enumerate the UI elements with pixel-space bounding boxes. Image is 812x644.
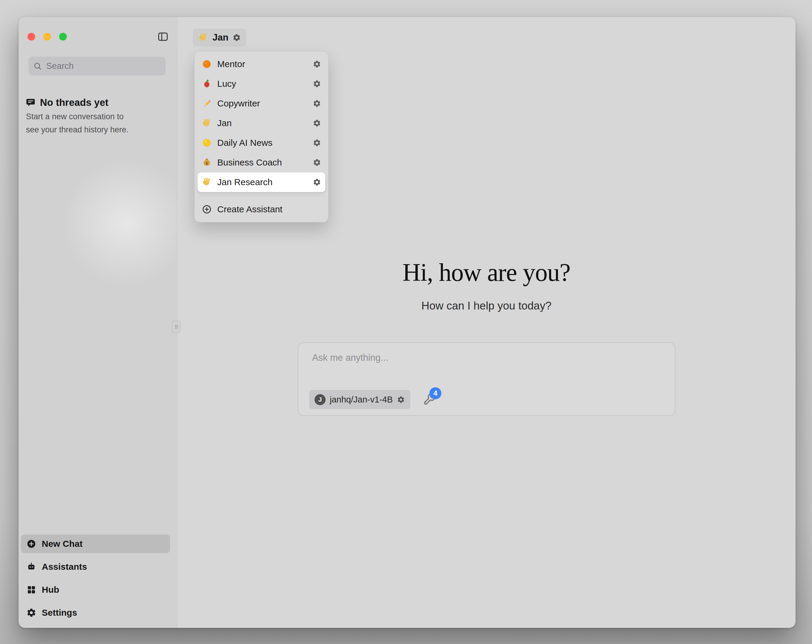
gear-icon: [313, 158, 321, 167]
tools-button[interactable]: 4: [423, 393, 437, 406]
menu-item-label: Jan: [217, 118, 307, 128]
assistant-menu-item-copywriter[interactable]: Copywriter: [198, 94, 325, 113]
tools-count-badge: 4: [429, 387, 441, 399]
pencil-icon: [202, 98, 212, 108]
gear-icon: [313, 119, 321, 127]
assistant-settings-button[interactable]: [313, 178, 321, 186]
empty-state-header: No threads yet: [26, 97, 108, 108]
sidebar-nav: New Chat Assistants Hub Settings: [21, 534, 170, 622]
assistant-settings-button[interactable]: [313, 119, 321, 127]
assistants-nav-item[interactable]: Assistants: [21, 557, 170, 576]
hub-nav-item[interactable]: Hub: [21, 580, 170, 599]
zoom-button[interactable]: [59, 33, 67, 41]
sidebar: No threads yet Start a new conversation …: [18, 17, 177, 628]
search-field[interactable]: [28, 57, 166, 75]
prompt-input[interactable]: [311, 352, 663, 378]
yellow-circle-icon: [202, 138, 212, 148]
plus-circle-icon: [202, 204, 212, 215]
assistant-settings-button[interactable]: [313, 99, 321, 108]
new-chat-label: New Chat: [42, 539, 82, 549]
gear-icon: [397, 396, 405, 404]
assistant-dropdown-menu: Mentor Lucy Copywriter Jan Daily AI News: [194, 51, 328, 222]
menu-item-label: Jan Research: [217, 177, 307, 187]
window-controls: [27, 33, 67, 41]
empty-state-description: Start a new conversation to see your thr…: [26, 110, 137, 136]
settings-nav-item[interactable]: Settings: [21, 603, 170, 622]
menu-item-label: Lucy: [217, 79, 307, 89]
red-apple-icon: [202, 79, 212, 89]
menu-item-label: Mentor: [217, 59, 307, 69]
hub-label: Hub: [42, 585, 59, 595]
assistant-settings-button[interactable]: [313, 79, 321, 88]
greeting-title: Hi, how are you?: [177, 258, 795, 287]
create-assistant-label: Create Assistant: [217, 204, 321, 215]
menu-item-label: Business Coach: [217, 157, 307, 167]
waving-hand-icon: [202, 118, 212, 128]
empty-state-title: No threads yet: [40, 97, 108, 108]
plus-circle-icon: [26, 539, 37, 549]
orange-circle-icon: [202, 59, 212, 69]
greeting-subtitle: How can I help you today?: [177, 300, 795, 312]
assistant-menu-item-lucy[interactable]: Lucy: [198, 74, 325, 94]
chat-bubble-icon: [26, 98, 35, 108]
model-name: janhq/Jan-v1-4B: [330, 395, 393, 405]
model-avatar: J: [314, 394, 325, 405]
assistant-menu-item-daily-ai-news[interactable]: Daily AI News: [198, 133, 325, 153]
assistant-selector-button[interactable]: Jan: [193, 29, 246, 47]
waving-hand-icon: [198, 32, 208, 43]
menu-item-label: Daily AI News: [217, 138, 307, 148]
waving-hand-icon: [202, 177, 212, 187]
minimize-button[interactable]: [43, 33, 51, 41]
composer-toolbar: J janhq/Jan-v1-4B 4: [309, 390, 437, 409]
gear-icon: [313, 79, 321, 88]
assistant-menu-item-mentor[interactable]: Mentor: [198, 54, 325, 74]
gear-icon: [313, 178, 321, 186]
sidebar-resize-handle[interactable]: [172, 321, 180, 333]
new-chat-button[interactable]: New Chat: [21, 534, 170, 553]
grip-dots-icon: [173, 323, 179, 330]
panel-left-icon: [157, 31, 169, 43]
assistant-menu-item-jan[interactable]: Jan: [198, 113, 325, 133]
assistant-settings-button[interactable]: [313, 60, 321, 68]
search-input[interactable]: [46, 61, 161, 71]
sidebar-glow-decoration: [60, 157, 192, 288]
gear-icon: [313, 99, 321, 108]
assistant-bot-icon: [26, 562, 37, 572]
current-assistant-name: Jan: [212, 32, 228, 43]
money-bag-icon: [202, 157, 212, 167]
assistant-menu-item-jan-research[interactable]: Jan Research: [198, 172, 325, 192]
model-selector-button[interactable]: J janhq/Jan-v1-4B: [309, 390, 410, 409]
gear-icon: [232, 33, 241, 42]
assistant-settings-button[interactable]: [313, 158, 321, 167]
app-window: No threads yet Start a new conversation …: [18, 17, 795, 628]
gear-icon: [313, 139, 321, 147]
gear-icon: [313, 60, 321, 68]
settings-label: Settings: [42, 607, 77, 618]
sidebar-toggle-button[interactable]: [156, 30, 169, 44]
assistants-label: Assistants: [42, 562, 87, 572]
search-icon: [33, 62, 42, 71]
assistant-menu-item-business-coach[interactable]: Business Coach: [198, 153, 325, 172]
prompt-composer[interactable]: J janhq/Jan-v1-4B 4: [298, 342, 675, 416]
assistant-settings-button[interactable]: [313, 139, 321, 147]
main-content: Jan Mentor Lucy Copywriter Jan: [177, 17, 795, 628]
gear-icon: [26, 607, 37, 618]
blocks-icon: [26, 585, 37, 595]
create-assistant-button[interactable]: Create Assistant: [198, 199, 325, 219]
close-button[interactable]: [27, 33, 35, 41]
menu-item-label: Copywriter: [217, 98, 307, 108]
